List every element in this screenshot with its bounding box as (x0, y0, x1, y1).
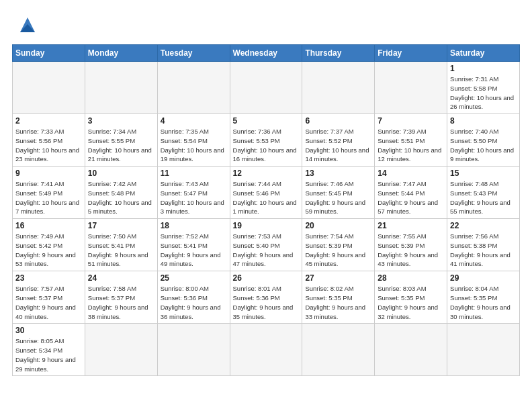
day-info: Sunrise: 8:01 AM Sunset: 5:36 PM Dayligh… (233, 284, 300, 321)
day-number: 2 (15, 116, 82, 126)
calendar-cell: 29Sunrise: 8:04 AM Sunset: 5:35 PM Dayli… (447, 271, 520, 324)
calendar-week-row: 9Sunrise: 7:41 AM Sunset: 5:49 PM Daylig… (13, 167, 520, 219)
day-info: Sunrise: 7:31 AM Sunset: 5:58 PM Dayligh… (450, 75, 517, 111)
calendar-cell: 12Sunrise: 7:44 AM Sunset: 5:46 PM Dayli… (230, 167, 302, 219)
calendar-cell (157, 62, 230, 114)
day-number: 10 (88, 169, 154, 178)
day-number: 23 (15, 273, 82, 283)
day-number: 22 (450, 221, 517, 230)
day-number: 16 (15, 221, 82, 230)
calendar-cell: 30Sunrise: 8:05 AM Sunset: 5:34 PM Dayli… (13, 324, 85, 376)
calendar-cell: 24Sunrise: 7:58 AM Sunset: 5:37 PM Dayli… (85, 271, 157, 324)
calendar-header-row: SundayMondayTuesdayWednesdayThursdayFrid… (13, 45, 520, 62)
day-number: 8 (450, 116, 517, 126)
day-info: Sunrise: 7:34 AM Sunset: 5:55 PM Dayligh… (88, 127, 154, 164)
calendar-cell: 25Sunrise: 8:00 AM Sunset: 5:36 PM Dayli… (157, 271, 230, 324)
calendar-cell: 11Sunrise: 7:43 AM Sunset: 5:47 PM Dayli… (157, 167, 230, 219)
day-info: Sunrise: 7:41 AM Sunset: 5:49 PM Dayligh… (15, 179, 82, 216)
day-info: Sunrise: 8:04 AM Sunset: 5:35 PM Dayligh… (450, 284, 517, 321)
calendar-week-row: 1Sunrise: 7:31 AM Sunset: 5:58 PM Daylig… (13, 62, 520, 114)
calendar-cell (13, 62, 85, 114)
day-info: Sunrise: 8:03 AM Sunset: 5:35 PM Dayligh… (378, 284, 444, 321)
day-info: Sunrise: 7:42 AM Sunset: 5:48 PM Dayligh… (88, 179, 154, 216)
day-info: Sunrise: 8:02 AM Sunset: 5:35 PM Dayligh… (305, 284, 371, 321)
day-number: 27 (305, 273, 371, 283)
day-info: Sunrise: 7:37 AM Sunset: 5:52 PM Dayligh… (305, 127, 371, 164)
calendar-cell: 2Sunrise: 7:33 AM Sunset: 5:56 PM Daylig… (13, 114, 85, 167)
day-number: 13 (305, 169, 371, 178)
weekday-header: Saturday (447, 45, 520, 62)
day-number: 29 (450, 273, 517, 283)
calendar-cell: 15Sunrise: 7:48 AM Sunset: 5:43 PM Dayli… (447, 167, 520, 219)
calendar-cell: 6Sunrise: 7:37 AM Sunset: 5:52 PM Daylig… (302, 114, 375, 167)
day-number: 18 (161, 221, 227, 230)
calendar: SundayMondayTuesdayWednesdayThursdayFrid… (12, 44, 520, 376)
day-info: Sunrise: 7:50 AM Sunset: 5:41 PM Dayligh… (88, 232, 154, 269)
calendar-cell (85, 324, 157, 376)
day-info: Sunrise: 8:05 AM Sunset: 5:34 PM Dayligh… (15, 336, 82, 373)
day-number: 19 (233, 221, 300, 230)
day-info: Sunrise: 7:57 AM Sunset: 5:37 PM Dayligh… (15, 284, 82, 321)
logo (12, 12, 40, 38)
calendar-cell: 4Sunrise: 7:35 AM Sunset: 5:54 PM Daylig… (157, 114, 230, 167)
day-info: Sunrise: 7:39 AM Sunset: 5:51 PM Dayligh… (378, 127, 444, 164)
day-info: Sunrise: 7:54 AM Sunset: 5:39 PM Dayligh… (305, 232, 371, 269)
weekday-header: Tuesday (157, 45, 230, 62)
calendar-cell: 1Sunrise: 7:31 AM Sunset: 5:58 PM Daylig… (447, 62, 520, 114)
header (12, 12, 520, 38)
day-info: Sunrise: 7:40 AM Sunset: 5:50 PM Dayligh… (450, 127, 517, 164)
day-info: Sunrise: 8:00 AM Sunset: 5:36 PM Dayligh… (161, 284, 227, 321)
day-number: 3 (88, 116, 154, 126)
day-info: Sunrise: 7:52 AM Sunset: 5:41 PM Dayligh… (161, 232, 227, 269)
calendar-cell (85, 62, 157, 114)
calendar-week-row: 23Sunrise: 7:57 AM Sunset: 5:37 PM Dayli… (13, 271, 520, 324)
calendar-cell: 17Sunrise: 7:50 AM Sunset: 5:41 PM Dayli… (85, 219, 157, 271)
day-number: 24 (88, 273, 154, 283)
day-info: Sunrise: 7:47 AM Sunset: 5:44 PM Dayligh… (378, 179, 444, 216)
day-number: 5 (233, 116, 300, 126)
day-info: Sunrise: 7:58 AM Sunset: 5:37 PM Dayligh… (88, 284, 154, 321)
calendar-cell: 20Sunrise: 7:54 AM Sunset: 5:39 PM Dayli… (302, 219, 375, 271)
calendar-cell: 21Sunrise: 7:55 AM Sunset: 5:39 PM Dayli… (375, 219, 447, 271)
weekday-header: Sunday (13, 45, 85, 62)
weekday-header: Monday (85, 45, 157, 62)
calendar-cell: 5Sunrise: 7:36 AM Sunset: 5:53 PM Daylig… (230, 114, 302, 167)
calendar-cell: 23Sunrise: 7:57 AM Sunset: 5:37 PM Dayli… (13, 271, 85, 324)
day-info: Sunrise: 7:44 AM Sunset: 5:46 PM Dayligh… (233, 179, 300, 216)
day-info: Sunrise: 7:46 AM Sunset: 5:45 PM Dayligh… (305, 179, 371, 216)
day-number: 11 (161, 169, 227, 178)
day-info: Sunrise: 7:35 AM Sunset: 5:54 PM Dayligh… (161, 127, 227, 164)
day-info: Sunrise: 7:56 AM Sunset: 5:38 PM Dayligh… (450, 232, 517, 269)
calendar-cell: 18Sunrise: 7:52 AM Sunset: 5:41 PM Dayli… (157, 219, 230, 271)
day-number: 1 (450, 64, 517, 73)
calendar-cell: 16Sunrise: 7:49 AM Sunset: 5:42 PM Dayli… (13, 219, 85, 271)
day-number: 14 (378, 169, 444, 178)
calendar-cell (302, 324, 375, 376)
weekday-header: Friday (375, 45, 447, 62)
calendar-cell: 22Sunrise: 7:56 AM Sunset: 5:38 PM Dayli… (447, 219, 520, 271)
day-info: Sunrise: 7:36 AM Sunset: 5:53 PM Dayligh… (233, 127, 300, 164)
calendar-cell: 3Sunrise: 7:34 AM Sunset: 5:55 PM Daylig… (85, 114, 157, 167)
day-info: Sunrise: 7:43 AM Sunset: 5:47 PM Dayligh… (161, 179, 227, 216)
calendar-week-row: 2Sunrise: 7:33 AM Sunset: 5:56 PM Daylig… (13, 114, 520, 167)
weekday-header: Thursday (302, 45, 375, 62)
day-number: 20 (305, 221, 371, 230)
day-number: 15 (450, 169, 517, 178)
calendar-cell (447, 324, 520, 376)
calendar-cell (302, 62, 375, 114)
day-number: 4 (161, 116, 227, 126)
calendar-cell: 26Sunrise: 8:01 AM Sunset: 5:36 PM Dayli… (230, 271, 302, 324)
calendar-cell: 27Sunrise: 8:02 AM Sunset: 5:35 PM Dayli… (302, 271, 375, 324)
calendar-cell: 28Sunrise: 8:03 AM Sunset: 5:35 PM Dayli… (375, 271, 447, 324)
calendar-cell (157, 324, 230, 376)
day-info: Sunrise: 7:48 AM Sunset: 5:43 PM Dayligh… (450, 179, 517, 216)
calendar-cell: 13Sunrise: 7:46 AM Sunset: 5:45 PM Dayli… (302, 167, 375, 219)
calendar-cell: 14Sunrise: 7:47 AM Sunset: 5:44 PM Dayli… (375, 167, 447, 219)
day-number: 7 (378, 116, 444, 126)
calendar-cell (375, 62, 447, 114)
calendar-cell: 8Sunrise: 7:40 AM Sunset: 5:50 PM Daylig… (447, 114, 520, 167)
calendar-cell (230, 62, 302, 114)
calendar-cell: 9Sunrise: 7:41 AM Sunset: 5:49 PM Daylig… (13, 167, 85, 219)
weekday-header: Wednesday (230, 45, 302, 62)
day-info: Sunrise: 7:33 AM Sunset: 5:56 PM Dayligh… (15, 127, 82, 164)
